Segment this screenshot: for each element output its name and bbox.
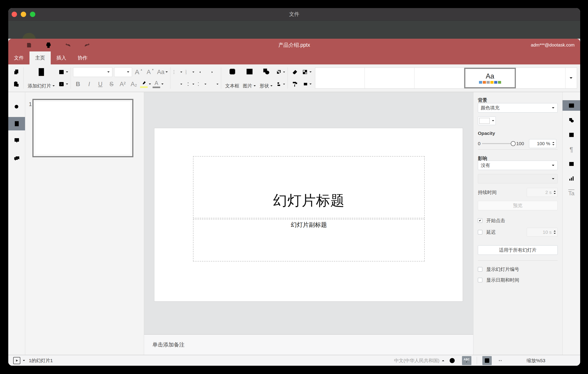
theme-gallery-item[interactable] bbox=[414, 68, 464, 88]
insert-textbox-button[interactable]: 文本框 bbox=[223, 67, 241, 89]
opacity-spinner[interactable]: 100 % bbox=[529, 139, 556, 148]
stepper-up-icon[interactable] bbox=[552, 142, 555, 143]
theme-gallery-item[interactable] bbox=[315, 68, 365, 88]
opacity-slider[interactable] bbox=[482, 143, 513, 144]
minus-icon bbox=[512, 358, 518, 363]
effect-dropdown[interactable]: 没有 bbox=[478, 161, 558, 170]
background-color-picker[interactable] bbox=[478, 117, 496, 125]
numbering-button[interactable] bbox=[185, 67, 195, 77]
slides-panel-button[interactable] bbox=[8, 117, 25, 130]
fit-to-width-button[interactable] bbox=[497, 357, 503, 364]
opacity-slider-handle[interactable] bbox=[511, 141, 516, 146]
title-placeholder[interactable]: 幻灯片标题 bbox=[193, 156, 425, 218]
table-settings-button[interactable] bbox=[563, 159, 580, 169]
fit-to-slide-button[interactable] bbox=[482, 356, 492, 365]
apply-to-all-slides-button[interactable]: 适用于所有幻灯片 bbox=[478, 245, 558, 255]
close-icon bbox=[567, 26, 574, 33]
stepper-down-icon[interactable] bbox=[552, 144, 555, 146]
search-panel-button[interactable] bbox=[8, 100, 25, 114]
font-larger-button[interactable]: A▲ bbox=[134, 67, 144, 77]
columns-button[interactable] bbox=[209, 79, 219, 89]
preview-button[interactable]: 预览 bbox=[478, 201, 558, 210]
tab-collaboration[interactable]: 协作 bbox=[72, 51, 93, 65]
bullets-icon bbox=[173, 69, 179, 75]
bullets-button[interactable] bbox=[173, 67, 182, 77]
subscript-button[interactable]: A₂ bbox=[129, 79, 139, 89]
bold-button[interactable]: B bbox=[73, 79, 83, 89]
start-slideshow-button[interactable] bbox=[58, 79, 68, 89]
image-settings-button[interactable] bbox=[563, 130, 580, 140]
chat-panel-button[interactable] bbox=[8, 152, 25, 165]
zoom-in-button[interactable] bbox=[554, 358, 560, 363]
slide-thumbnail[interactable] bbox=[32, 99, 133, 157]
theme-gallery-item[interactable] bbox=[516, 68, 565, 88]
paste-button[interactable] bbox=[11, 79, 21, 89]
slide-settings-button[interactable] bbox=[563, 100, 580, 111]
copy-style-button[interactable] bbox=[290, 79, 300, 89]
zoom-out-button[interactable] bbox=[512, 358, 518, 363]
font-size-combo[interactable] bbox=[114, 67, 132, 77]
italic-button[interactable]: I bbox=[84, 79, 94, 89]
language-selector[interactable]: 中文(中华人民共和国) bbox=[394, 357, 440, 364]
underline-button[interactable]: U bbox=[95, 79, 105, 89]
shape-settings-button[interactable] bbox=[563, 115, 580, 125]
stepper-up-icon[interactable] bbox=[553, 190, 556, 192]
color-scheme-button[interactable] bbox=[302, 67, 312, 77]
paragraph-settings-button[interactable]: ¶ bbox=[563, 144, 580, 154]
subtitle-placeholder[interactable]: 幻灯片副标题 bbox=[193, 219, 425, 262]
start-preview-button[interactable] bbox=[13, 357, 20, 364]
effect-type-dropdown[interactable] bbox=[478, 174, 558, 183]
superscript-button[interactable]: A² bbox=[118, 79, 127, 89]
header-menu-button[interactable] bbox=[568, 51, 575, 65]
show-slide-number-checkbox[interactable] bbox=[478, 267, 482, 272]
notes-area[interactable]: 单击添加备注 bbox=[144, 334, 473, 355]
tab-insert[interactable]: 插入 bbox=[51, 51, 72, 65]
slide-size-button[interactable] bbox=[302, 79, 312, 89]
line-spacing-button[interactable] bbox=[197, 79, 207, 89]
theme-gallery-item-selected[interactable]: Aa bbox=[464, 68, 516, 88]
image-label: 图片 bbox=[243, 83, 252, 89]
font-name-combo[interactable] bbox=[73, 67, 112, 77]
increase-indent-button[interactable] bbox=[209, 67, 219, 77]
tab-home[interactable]: 主页 bbox=[30, 51, 51, 65]
horizontal-align-button[interactable] bbox=[173, 79, 182, 89]
strikeout-button[interactable]: S bbox=[106, 79, 116, 89]
change-case-button[interactable]: Aa bbox=[157, 67, 168, 77]
theme-gallery-expand-button[interactable] bbox=[565, 68, 577, 88]
duration-spinner[interactable]: 2 s bbox=[527, 188, 558, 197]
stepper-down-icon[interactable] bbox=[553, 233, 556, 234]
close-editor-button[interactable] bbox=[567, 26, 574, 33]
slide-layout-button[interactable] bbox=[58, 67, 68, 77]
stepper-up-icon[interactable] bbox=[553, 230, 556, 232]
font-smaller-button[interactable]: A▼ bbox=[146, 67, 155, 77]
add-slide-button[interactable]: 添加幻灯片 bbox=[26, 67, 57, 89]
vertical-align-button[interactable] bbox=[185, 79, 195, 89]
tab-file[interactable]: 文件 bbox=[8, 51, 30, 65]
decrease-indent-button[interactable] bbox=[197, 67, 207, 77]
set-language-button[interactable] bbox=[449, 357, 456, 364]
check-icon bbox=[478, 219, 482, 222]
chart-settings-button[interactable] bbox=[563, 173, 580, 184]
stepper-down-icon[interactable] bbox=[553, 193, 556, 194]
chevron-up-icon[interactable] bbox=[442, 360, 445, 362]
arrange-shape-button[interactable] bbox=[275, 67, 285, 77]
delay-spinner[interactable]: 10 s bbox=[527, 228, 558, 237]
clear-style-button[interactable] bbox=[290, 67, 300, 77]
font-larger-icon: A bbox=[135, 69, 139, 75]
start-on-click-checkbox[interactable] bbox=[478, 218, 482, 223]
chevron-down-icon[interactable] bbox=[22, 360, 25, 362]
comments-panel-button[interactable] bbox=[8, 133, 25, 147]
insert-shape-button[interactable]: 形状 bbox=[258, 67, 274, 89]
theme-gallery-item[interactable] bbox=[365, 68, 414, 88]
font-color-button[interactable]: A bbox=[153, 79, 164, 89]
insert-image-button[interactable]: 图片 bbox=[241, 67, 258, 89]
slide-canvas[interactable]: 幻灯片标题 幻灯片副标题 bbox=[154, 128, 463, 302]
delay-checkbox[interactable] bbox=[478, 230, 482, 234]
highlight-color-button[interactable] bbox=[140, 79, 151, 89]
textart-settings-button[interactable]: Ta bbox=[563, 188, 580, 198]
show-date-checkbox[interactable] bbox=[478, 278, 482, 282]
background-fill-dropdown[interactable]: 颜色填充 bbox=[478, 103, 558, 112]
align-shape-button[interactable] bbox=[275, 79, 285, 89]
spell-check-button[interactable]: ABC bbox=[462, 356, 471, 365]
copy-button[interactable] bbox=[11, 67, 21, 77]
